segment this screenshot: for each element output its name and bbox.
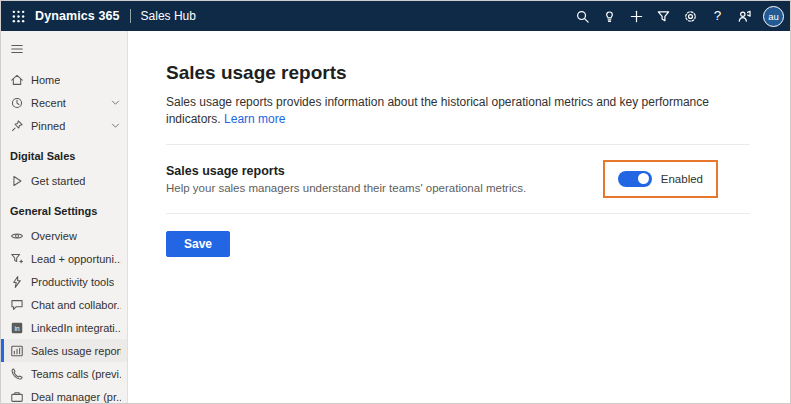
sales-usage-reports-setting-row: Sales usage reports Help your sales mana… xyxy=(166,160,750,198)
sidebar-section-digital-sales: Digital Sales xyxy=(1,150,127,162)
sales-usage-reports-toggle[interactable] xyxy=(618,171,652,187)
page-description: Sales usage reports provides information… xyxy=(166,94,750,129)
settings-button[interactable] xyxy=(677,1,704,31)
chat-bubble-icon xyxy=(10,298,24,312)
sidebar-item-chat-collaborate[interactable]: Chat and collabor... xyxy=(1,293,127,316)
sidebar-item-label: Deal manager (pr... xyxy=(31,391,121,403)
setting-text-block: Sales usage reports Help your sales mana… xyxy=(166,164,526,194)
site-map-sidebar: Home Recent Pinned Digital xyxy=(1,31,128,403)
search-icon xyxy=(575,9,590,24)
annotation-highlight-box: Enabled xyxy=(603,160,718,198)
section-divider xyxy=(166,144,750,145)
quick-create-button[interactable] xyxy=(623,1,650,31)
sidebar-collapse-button[interactable] xyxy=(1,36,127,62)
funnel-plus-icon xyxy=(10,252,24,266)
main-content: Sales usage reports Sales usage reports … xyxy=(128,31,790,403)
app-window: Dynamics 365 Sales Hub xyxy=(0,0,791,404)
section-divider xyxy=(166,213,750,214)
lightbulb-icon xyxy=(602,9,617,24)
eye-icon xyxy=(10,229,24,243)
sidebar-item-label: Overview xyxy=(31,230,77,242)
pin-icon xyxy=(10,119,24,133)
app-name[interactable]: Sales Hub xyxy=(141,9,196,23)
bar-chart-icon xyxy=(10,344,24,358)
sidebar-item-pinned[interactable]: Pinned xyxy=(1,114,127,137)
topbar-actions: ? au xyxy=(569,1,790,31)
brand-title: Dynamics 365 xyxy=(35,9,120,23)
sidebar-item-home[interactable]: Home xyxy=(1,68,127,91)
app-shell: Home Recent Pinned Digital xyxy=(1,31,790,403)
app-launcher-waffle-icon[interactable] xyxy=(1,1,35,31)
svg-text:in: in xyxy=(14,324,19,331)
search-button[interactable] xyxy=(569,1,596,31)
sidebar-item-label: Recent xyxy=(31,97,66,109)
sidebar-item-label: Pinned xyxy=(31,120,65,132)
sidebar-item-productivity-tools[interactable]: Productivity tools xyxy=(1,270,127,293)
chevron-down-icon[interactable] xyxy=(110,97,121,108)
sidebar-item-get-started[interactable]: Get started xyxy=(1,169,127,192)
topbar-divider xyxy=(130,9,131,23)
user-avatar[interactable]: au xyxy=(763,6,784,27)
clock-icon xyxy=(10,96,24,110)
page-title: Sales usage reports xyxy=(166,62,750,84)
setting-label: Sales usage reports xyxy=(166,164,526,178)
briefcase-icon xyxy=(10,390,24,404)
help-button[interactable]: ? xyxy=(704,1,731,31)
sidebar-item-label: Lead + opportuni... xyxy=(31,253,121,265)
sidebar-item-label: Home xyxy=(31,74,60,86)
sidebar-item-recent[interactable]: Recent xyxy=(1,91,127,114)
plus-icon xyxy=(629,9,644,24)
waffle-icon xyxy=(12,10,25,23)
top-navigation-bar: Dynamics 365 Sales Hub xyxy=(1,1,790,31)
sidebar-item-deal-manager[interactable]: Deal manager (pr... xyxy=(1,385,127,403)
lightning-icon xyxy=(10,275,24,289)
teaching-bubble-button[interactable] xyxy=(596,1,623,31)
sidebar-item-label: Productivity tools xyxy=(31,276,114,288)
sidebar-item-label: Sales usage reports xyxy=(31,345,121,357)
linkedin-icon: in xyxy=(10,321,24,335)
phone-icon xyxy=(10,367,24,381)
sidebar-section-general-settings: General Settings xyxy=(1,205,127,217)
sidebar-item-sales-usage-reports[interactable]: Sales usage reports xyxy=(1,339,127,362)
filter-funnel-icon xyxy=(656,9,671,24)
home-icon xyxy=(10,73,24,87)
avatar-initials: au xyxy=(768,11,779,22)
sidebar-item-label: Get started xyxy=(31,175,85,187)
learn-more-link[interactable]: Learn more xyxy=(224,112,285,126)
feedback-button[interactable] xyxy=(731,1,758,31)
sidebar-item-linkedin-integration[interactable]: in LinkedIn integrati... xyxy=(1,316,127,339)
topbar-left: Dynamics 365 Sales Hub xyxy=(1,1,196,31)
sidebar-item-label: Chat and collabor... xyxy=(31,299,121,311)
filter-button[interactable] xyxy=(650,1,677,31)
hamburger-icon xyxy=(10,42,24,56)
toggle-state-label: Enabled xyxy=(661,173,703,185)
question-mark-icon: ? xyxy=(714,9,722,23)
sidebar-item-overview[interactable]: Overview xyxy=(1,224,127,247)
sidebar-item-label: Teams calls (previ... xyxy=(31,368,121,380)
chevron-down-icon[interactable] xyxy=(110,120,121,131)
sidebar-item-label: LinkedIn integrati... xyxy=(31,322,121,334)
gear-icon xyxy=(683,9,698,24)
toggle-knob xyxy=(638,173,650,185)
save-button[interactable]: Save xyxy=(166,231,230,257)
setting-help-text: Help your sales managers understand thei… xyxy=(166,182,526,194)
sidebar-item-lead-opportunity[interactable]: Lead + opportuni... xyxy=(1,247,127,270)
person-feedback-icon xyxy=(737,9,752,24)
sidebar-item-teams-calls[interactable]: Teams calls (previ... xyxy=(1,362,127,385)
play-icon xyxy=(10,174,24,188)
